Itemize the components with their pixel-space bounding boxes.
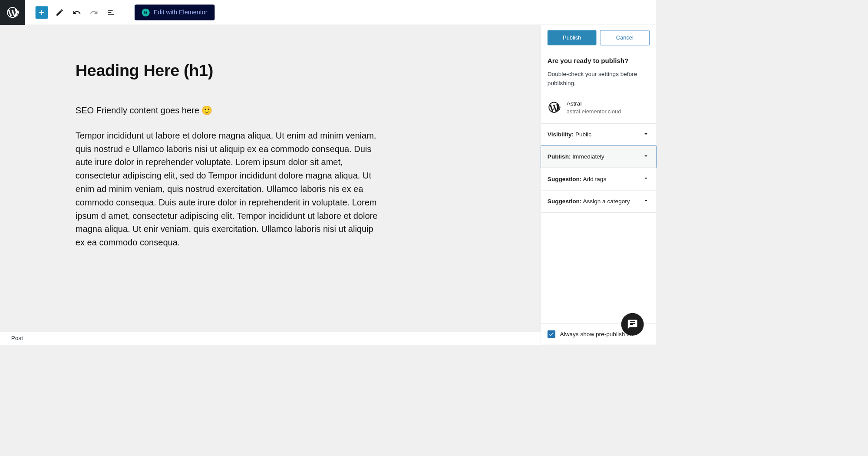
publish-schedule-panel[interactable]: Publish: Immediately [541, 145, 656, 168]
elementor-icon [142, 8, 150, 16]
site-info-row: Astral astral.elementor.cloud [541, 94, 656, 123]
chevron-down-icon [642, 197, 650, 206]
edit-with-elementor-button[interactable]: Edit with Elementor [135, 4, 215, 20]
prepublish-subtitle: Double-check your settings before publis… [548, 70, 650, 88]
main-layout: Heading Here (h1) SEO Friendly content g… [0, 25, 656, 344]
breadcrumb-bar: Post [0, 331, 541, 344]
pencil-icon [56, 8, 64, 17]
publish-sidebar: Publish Cancel Are you ready to publish?… [541, 25, 656, 344]
site-url: astral.elementor.cloud [567, 108, 621, 116]
undo-button[interactable] [72, 7, 82, 17]
prepublish-checkbox[interactable] [548, 330, 555, 338]
editor-canvas[interactable]: Heading Here (h1) SEO Friendly content g… [0, 25, 541, 344]
edit-tool-button[interactable] [54, 7, 65, 17]
add-block-button[interactable] [36, 6, 48, 19]
redo-button[interactable] [89, 7, 99, 17]
toolbar-tools: Edit with Elementor [25, 4, 215, 20]
prepublish-prompt: Are you ready to publish? Double-check y… [541, 50, 656, 94]
wordpress-logo-button[interactable] [0, 0, 25, 25]
visibility-panel[interactable]: Visibility: Public [541, 123, 656, 145]
cancel-button[interactable]: Cancel [600, 30, 650, 46]
plus-icon [37, 8, 46, 17]
chevron-down-icon [642, 130, 650, 139]
redo-icon [89, 8, 98, 17]
post-intro-paragraph: SEO Friendly content goes here 🙂 [76, 104, 381, 117]
site-name: Astral [567, 99, 621, 108]
post-title[interactable]: Heading Here (h1) [76, 61, 381, 80]
wordpress-icon [548, 101, 561, 114]
wordpress-icon [6, 6, 19, 19]
undo-icon [73, 8, 81, 17]
list-icon [107, 8, 116, 17]
chat-icon [627, 319, 638, 330]
chevron-down-icon [642, 152, 650, 161]
post-body[interactable]: SEO Friendly content goes here 🙂 Tempor … [76, 104, 381, 250]
sidebar-action-row: Publish Cancel [541, 25, 656, 50]
suggestion-tags-panel[interactable]: Suggestion: Add tags [541, 168, 656, 190]
editor-toolbar: Edit with Elementor [0, 0, 656, 25]
prepublish-heading: Are you ready to publish? [548, 57, 650, 65]
chevron-down-icon [642, 175, 650, 183]
breadcrumb-item[interactable]: Post [11, 335, 23, 342]
publish-button[interactable]: Publish [548, 30, 597, 46]
document-overview-button[interactable] [106, 7, 116, 17]
chat-fab-button[interactable] [621, 313, 644, 336]
post-body-paragraph: Tempor incididunt ut labore et dolore ma… [76, 129, 381, 250]
suggestion-category-panel[interactable]: Suggestion: Assign a category [541, 190, 656, 213]
post-content-area: Heading Here (h1) SEO Friendly content g… [0, 25, 381, 249]
elementor-button-label: Edit with Elementor [154, 9, 208, 16]
check-icon [548, 331, 554, 337]
prepublish-checkbox-label: Always show pre-publish ch [560, 331, 633, 338]
